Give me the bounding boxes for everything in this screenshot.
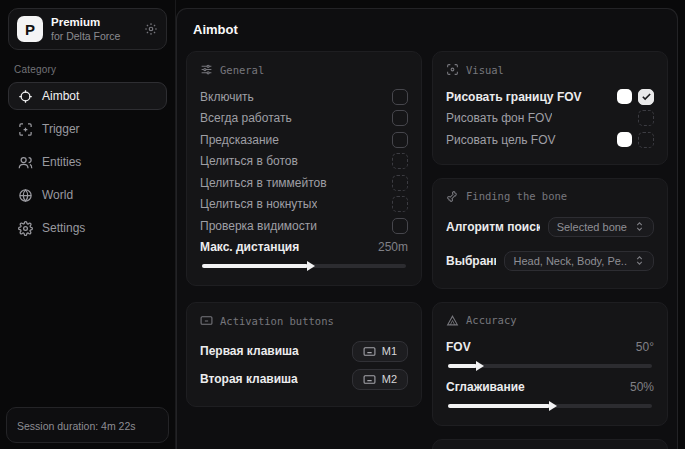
- sliders-icon: [200, 63, 213, 76]
- keybind-button[interactable]: M2: [352, 369, 408, 390]
- bone-row: Алгоритм поиска кости Selected bone: [446, 213, 654, 241]
- category-label: Category: [14, 64, 161, 75]
- slider-value: 50%: [630, 380, 654, 394]
- checkbox[interactable]: [638, 89, 654, 105]
- sidebar-item-label: World: [42, 188, 73, 202]
- toggle-row: Целиться в ботов: [200, 151, 408, 173]
- trigger-scope-icon: [18, 122, 33, 137]
- accuracy-card: Accuracy FOV 50° Сглаживание 50%: [432, 302, 668, 426]
- chevrons-up-down-icon: [634, 255, 645, 266]
- keyboard-icon: [200, 314, 213, 327]
- main-panel: Aimbot General Включить Всегда работать: [176, 8, 678, 449]
- sidebar: P Premium for Delta Force Category Aimbo…: [0, 0, 176, 449]
- section-title: Visual: [466, 64, 504, 76]
- checkbox[interactable]: [392, 89, 408, 105]
- brand-subtitle: for Delta Force: [51, 30, 136, 42]
- switch-delay-card: Switch Delay Задержка переключения Задер…: [432, 439, 668, 449]
- gear-icon[interactable]: [144, 22, 158, 36]
- bone-card: Finding the bone Алгоритм поиска кости S…: [432, 178, 668, 289]
- slider-value: 250m: [378, 240, 408, 254]
- max-distance-slider[interactable]: [202, 264, 406, 268]
- keybind-row: Вторая клавиша M2: [200, 365, 408, 393]
- toggle-row: Целиться в тиммейтов: [200, 172, 408, 194]
- sidebar-item-trigger[interactable]: Trigger: [8, 115, 167, 143]
- bone-algorithm-select[interactable]: Selected bone: [548, 217, 654, 237]
- brand-title: Premium: [51, 16, 136, 29]
- page-header: Aimbot: [177, 9, 677, 49]
- bone-row: Выбранные кости Head, Neck, Body, Pe..: [446, 247, 654, 275]
- checkbox[interactable]: [638, 132, 654, 148]
- sidebar-item-world[interactable]: World: [8, 181, 167, 209]
- world-icon: [18, 188, 33, 203]
- triangle-icon: [446, 314, 459, 327]
- sidebar-item-settings[interactable]: Settings: [8, 214, 167, 242]
- sidebar-item-label: Settings: [42, 221, 85, 235]
- slider-row: Макс. дистанция 250m: [200, 237, 408, 259]
- sidebar-item-entities[interactable]: Entities: [8, 148, 167, 176]
- keyboard-icon: [363, 345, 376, 358]
- toggle-row: Целиться в нокнутых: [200, 194, 408, 216]
- toggle-row: Включить: [200, 86, 408, 108]
- slider-row: FOV 50°: [446, 337, 654, 359]
- visual-row: Рисовать фон FOV: [446, 108, 654, 130]
- toggle-row: Проверка видимости: [200, 215, 408, 237]
- sidebar-item-label: Entities: [42, 155, 81, 169]
- section-title: Accuracy: [466, 314, 517, 326]
- chevrons-up-down-icon: [634, 221, 645, 232]
- activation-card: Activation buttons Первая клавиша M1 Вто…: [186, 302, 422, 407]
- color-swatch[interactable]: [617, 132, 632, 147]
- visual-row: Рисовать цель FOV: [446, 129, 654, 151]
- selected-bones-select[interactable]: Head, Neck, Body, Pe..: [504, 251, 654, 271]
- crosshair-icon: [18, 89, 33, 104]
- sidebar-item-aimbot[interactable]: Aimbot: [8, 82, 167, 110]
- section-title: Activation buttons: [220, 315, 334, 327]
- toggle-row: Предсказание: [200, 129, 408, 151]
- brand-logo: P: [17, 16, 43, 42]
- gear-icon: [18, 221, 33, 236]
- color-swatch[interactable]: [617, 89, 632, 104]
- checkbox[interactable]: [392, 196, 408, 212]
- visual-row: Рисовать границу FOV: [446, 86, 654, 108]
- sidebar-item-label: Trigger: [42, 122, 80, 136]
- checkbox[interactable]: [392, 153, 408, 169]
- checkbox[interactable]: [638, 110, 654, 126]
- smoothing-slider[interactable]: [448, 404, 652, 408]
- checkbox[interactable]: [392, 218, 408, 234]
- sidebar-nav: Aimbot Trigger Entities World Settings: [6, 82, 169, 242]
- keybind-row: Первая клавиша M1: [200, 337, 408, 365]
- page-title: Aimbot: [193, 22, 661, 37]
- keyboard-icon: [363, 373, 376, 386]
- sidebar-item-label: Aimbot: [42, 89, 79, 103]
- general-card: General Включить Всегда работать Предска…: [186, 51, 422, 286]
- checkbox[interactable]: [392, 110, 408, 126]
- section-title: General: [220, 64, 264, 76]
- slider-row: Сглаживание 50%: [446, 376, 654, 398]
- checkbox[interactable]: [392, 132, 408, 148]
- brand-card: P Premium for Delta Force: [8, 8, 167, 50]
- section-title: Finding the bone: [466, 190, 567, 202]
- bone-icon: [446, 190, 459, 203]
- entities-icon: [18, 155, 33, 170]
- keybind-button[interactable]: M1: [352, 341, 408, 362]
- visual-card: Visual Рисовать границу FOV Рисовать фон…: [432, 51, 668, 165]
- check-icon: [641, 91, 652, 102]
- eye-icon: [446, 63, 459, 76]
- slider-value: 50°: [636, 340, 654, 354]
- session-duration: Session duration: 4m 22s: [6, 407, 169, 443]
- fov-slider[interactable]: [448, 364, 652, 368]
- toggle-row: Всегда работать: [200, 108, 408, 130]
- checkbox[interactable]: [392, 175, 408, 191]
